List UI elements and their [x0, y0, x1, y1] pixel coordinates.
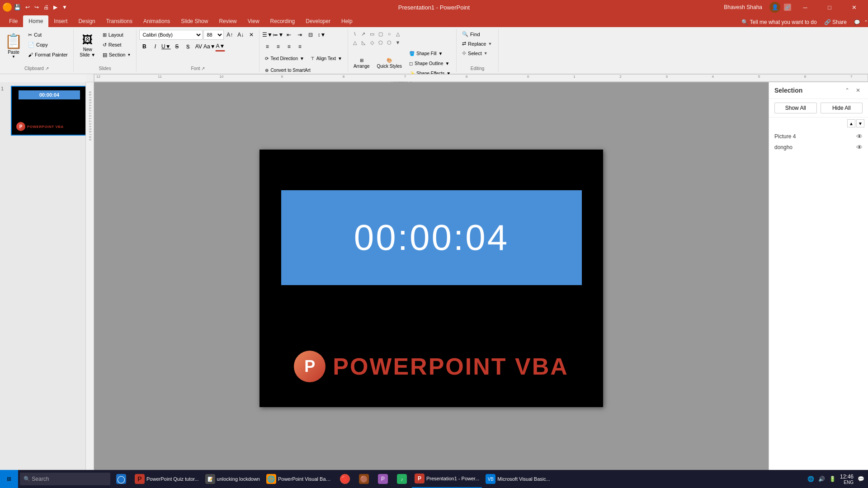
tray-network[interactable]: 🌐 — [807, 475, 815, 483]
increase-indent-btn[interactable]: ⇥ — [295, 30, 305, 40]
save-btn[interactable]: 💾 — [13, 3, 22, 11]
tab-review[interactable]: Review — [213, 15, 242, 27]
copy-button[interactable]: 📄 Copy — [25, 40, 71, 50]
select-button[interactable]: ⊹ Select ▼ — [459, 49, 495, 57]
tab-home[interactable]: Home — [23, 15, 48, 27]
text-direction-btn[interactable]: ⟳ Text Direction▼ — [262, 53, 307, 63]
taskbar-item-6[interactable]: P — [374, 470, 392, 488]
task-cortana[interactable]: ◯ — [112, 470, 130, 488]
notification-icon[interactable]: 💬 — [857, 475, 864, 483]
minimize-btn[interactable]: ─ — [795, 0, 816, 14]
ribbon-collapse-btn[interactable]: ⌃ — [864, 19, 868, 25]
shape-more[interactable]: ▼ — [394, 38, 402, 47]
shape-pentagon[interactable]: ⬠ — [377, 38, 385, 47]
clear-format-btn[interactable]: ✕ — [246, 30, 256, 40]
format-painter-button[interactable]: 🖌 Format Painter — [25, 50, 71, 60]
taskbar-item-4[interactable]: 🔴 — [336, 470, 354, 488]
tab-help[interactable]: Help — [336, 15, 358, 27]
columns-btn[interactable]: ⊟ — [306, 30, 316, 40]
customize-btn[interactable]: ▼ — [61, 3, 69, 11]
close-btn[interactable]: ✕ — [844, 0, 864, 14]
convert-smartart-btn[interactable]: ⊛ Convert to SmartArt — [262, 65, 313, 75]
comments-btn[interactable]: 💬 — [854, 19, 860, 25]
start-button[interactable]: ⊞ — [0, 470, 18, 488]
selection-item-dongho[interactable]: dongho 👁 — [769, 142, 868, 153]
paste-dropdown[interactable]: ▼ — [12, 55, 15, 59]
hide-all-btn[interactable]: Hide All — [821, 103, 863, 113]
tab-animations[interactable]: Animations — [138, 15, 175, 27]
tab-view[interactable]: View — [242, 15, 265, 27]
show-all-btn[interactable]: Show All — [774, 103, 817, 113]
taskbar-item-vba[interactable]: VB Microsoft Visual Basic... — [483, 470, 553, 488]
layout-button[interactable]: ⊞ Layout — [100, 30, 134, 40]
align-right-btn[interactable]: ≡ — [284, 42, 294, 52]
taskbar-item-7[interactable]: ♪ — [393, 470, 411, 488]
font-size-select[interactable]: 88 — [203, 30, 224, 40]
italic-btn[interactable]: I — [150, 42, 160, 52]
bold-btn[interactable]: B — [139, 42, 149, 52]
shape-outline-btn[interactable]: ◻ Shape Outline▼ — [406, 58, 453, 68]
taskbar-item-lockdown[interactable]: 📝 unlocking lockdown — [203, 470, 263, 488]
tab-slideshow[interactable]: Slide Show — [175, 15, 213, 27]
shape-rect[interactable]: ▭ — [368, 30, 376, 38]
shape-line[interactable]: \ — [351, 30, 359, 38]
shadow-btn[interactable]: S — [183, 42, 193, 52]
taskbar-item-quiz[interactable]: P PowerPoint Quiz tutor... — [132, 470, 202, 488]
new-slide-button[interactable]: 🖼 NewSlide ▼ — [76, 30, 99, 61]
shape-rounded-rect[interactable]: ▢ — [377, 30, 385, 38]
increase-font-btn[interactable]: A↑ — [225, 30, 235, 40]
taskbar-item-presentation[interactable]: P Presentation1 - Power... — [412, 470, 482, 488]
align-center-btn[interactable]: ≡ — [273, 42, 283, 52]
taskbar-item-5[interactable]: 🟤 — [355, 470, 373, 488]
underline-btn[interactable]: U▼ — [161, 42, 171, 52]
tab-design[interactable]: Design — [73, 15, 100, 27]
align-text-btn[interactable]: ⊤ Align Text▼ — [308, 53, 345, 63]
tab-recording[interactable]: Recording — [265, 15, 301, 27]
paste-button[interactable]: 📋 Paste ▼ — [3, 30, 24, 61]
tab-developer[interactable]: Developer — [300, 15, 336, 27]
taskbar-search[interactable]: 🔍 Search — [20, 473, 110, 485]
present-btn[interactable]: ▶ — [52, 3, 59, 11]
spacing-btn[interactable]: AV — [193, 42, 203, 52]
replace-button[interactable]: ⇄ Replace ▼ — [459, 39, 495, 48]
change-case-btn[interactable]: Aa▼ — [204, 42, 214, 52]
shape-triangle[interactable]: △ — [351, 38, 359, 47]
font-color-btn[interactable]: A▼ — [215, 42, 225, 52]
quick-styles-button[interactable]: 🎨 Quick Styles — [374, 52, 405, 75]
tab-transitions[interactable]: Transitions — [101, 15, 138, 27]
shape-rt-triangle[interactable]: ◺ — [359, 38, 368, 47]
numbered-list-btn[interactable]: ≔▼ — [273, 30, 283, 40]
find-button[interactable]: 🔍 Find — [459, 30, 495, 38]
taskbar-item-browser[interactable]: 🌐 PowerPoint Visual Bas... — [264, 470, 335, 488]
slide-thumbnail[interactable]: 00:00:04 P POWERPOINT VBA — [11, 86, 86, 136]
font-family-select[interactable]: Calibri (Body) — [139, 30, 203, 40]
shape-right-arrow[interactable]: △ — [394, 30, 402, 38]
selection-item-picture4[interactable]: Picture 4 👁 — [769, 131, 868, 142]
shape-circle[interactable]: ○ — [385, 30, 393, 38]
section-button[interactable]: ▤ Section ▼ — [100, 50, 134, 60]
slide-canvas[interactable]: 00:00:04 P POWERPOINT VBA — [259, 150, 603, 407]
shape-hexagon[interactable]: ⬡ — [385, 38, 393, 47]
tray-volume[interactable]: 🔊 — [818, 475, 826, 483]
share-btn[interactable]: 🔗 Share — [821, 19, 850, 25]
scroll-down-btn[interactable]: ▼ — [856, 119, 864, 127]
panel-nav-up[interactable]: ⌃ — [843, 86, 852, 95]
tab-insert[interactable]: Insert — [48, 15, 73, 27]
align-left-btn[interactable]: ≡ — [262, 42, 272, 52]
tab-file[interactable]: File — [4, 15, 23, 27]
tell-me[interactable]: 🔍 Tell me what you want to do — [741, 19, 816, 25]
shape-arrow-line[interactable]: ↗ — [359, 30, 368, 38]
bullet-list-btn[interactable]: ☰▼ — [262, 30, 272, 40]
justify-btn[interactable]: ≡ — [295, 42, 305, 52]
picture4-visibility[interactable]: 👁 — [856, 133, 863, 140]
arrange-button[interactable]: ⊞ Arrange — [351, 52, 373, 75]
panel-close-btn[interactable]: ✕ — [854, 86, 863, 95]
connect-btn[interactable]: 🔗 — [784, 4, 791, 11]
print-btn[interactable]: 🖨 — [42, 3, 50, 11]
decrease-font-btn[interactable]: A↓ — [236, 30, 245, 40]
undo-btn[interactable]: ↩ — [24, 3, 31, 11]
scroll-up-btn[interactable]: ▲ — [847, 119, 855, 127]
strikethrough-btn[interactable]: S — [172, 42, 182, 52]
tray-battery[interactable]: 🔋 — [829, 475, 836, 483]
cut-button[interactable]: ✂ Cut — [25, 30, 71, 40]
